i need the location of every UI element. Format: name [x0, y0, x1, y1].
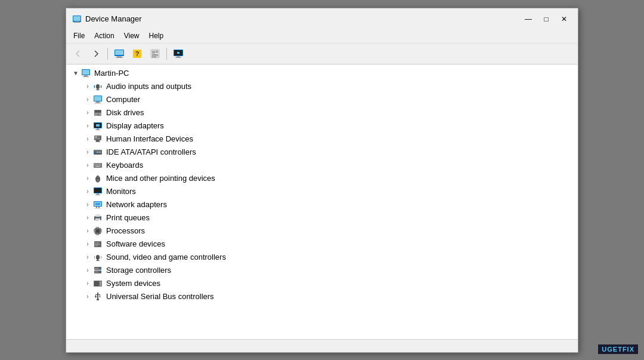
list-item[interactable]: › Software devices	[78, 238, 578, 251]
svg-rect-95	[96, 229, 100, 233]
watermark: UGETFIX	[598, 344, 638, 354]
menu-action[interactable]: Action	[89, 30, 119, 42]
list-item[interactable]: › Sound, video and game controllers	[78, 251, 578, 264]
help-button[interactable]: ?	[129, 46, 145, 61]
list-item[interactable]: › Disk drives	[78, 106, 578, 119]
svg-rect-86	[95, 204, 100, 205]
item-label: System devices	[106, 279, 160, 288]
svg-rect-44	[95, 136, 97, 138]
svg-rect-68	[98, 165, 98, 165]
root-label: Martin-PC	[94, 69, 129, 78]
svg-rect-46	[99, 136, 100, 137]
svg-rect-83	[98, 207, 100, 208]
window-controls: — □ ✕	[521, 13, 572, 25]
svg-rect-24	[84, 75, 88, 76]
svg-rect-115	[96, 260, 100, 261]
svg-rect-53	[94, 150, 101, 151]
monitor-icon	[92, 186, 103, 197]
svg-point-75	[97, 179, 99, 181]
svg-rect-3	[74, 22, 80, 23]
list-item[interactable]: › Audio inputs and outputs	[78, 80, 578, 93]
svg-rect-34	[95, 110, 101, 112]
svg-rect-113	[96, 255, 100, 260]
list-item[interactable]: › Display adapters	[78, 119, 578, 133]
svg-rect-91	[96, 220, 98, 221]
maximize-button[interactable]: □	[538, 13, 554, 25]
item-arrow: ›	[83, 293, 92, 300]
item-label: Monitors	[106, 187, 136, 196]
item-label: Network adapters	[106, 200, 167, 209]
back-button[interactable]	[70, 46, 86, 61]
list-item[interactable]: › Print queues	[78, 211, 578, 224]
minimize-button[interactable]: —	[521, 13, 536, 25]
svg-rect-48	[95, 139, 97, 139]
ide-icon	[92, 147, 103, 158]
menu-view[interactable]: View	[119, 30, 144, 42]
svg-rect-50	[96, 140, 100, 141]
list-item[interactable]: › Human	[78, 133, 578, 146]
svg-rect-26	[96, 84, 100, 89]
monitor-button[interactable]	[170, 46, 187, 61]
tree-root-item[interactable]: ▼ Martin-PC	[66, 67, 578, 80]
keyboard-icon	[92, 160, 103, 171]
svg-rect-81	[94, 202, 101, 206]
svg-point-118	[100, 267, 101, 269]
list-item[interactable]: › IDE ATA/ATAPI controllers	[78, 146, 578, 159]
list-item[interactable]: › Universal Serial Bus controllers	[78, 290, 578, 303]
item-arrow: ›	[83, 83, 92, 90]
svg-rect-107	[98, 234, 99, 235]
svg-rect-61	[97, 164, 97, 164]
list-item[interactable]: ›	[78, 159, 578, 172]
svg-rect-65	[94, 165, 95, 165]
item-label: Mice and other pointing devices	[106, 174, 215, 183]
menu-help[interactable]: Help	[144, 30, 169, 42]
properties-button[interactable]	[147, 46, 163, 61]
svg-point-119	[100, 271, 101, 272]
root-icon	[80, 68, 91, 79]
menu-bar: File Action View Help	[66, 29, 578, 44]
network-icon	[92, 199, 103, 210]
list-item[interactable]: ›	[78, 224, 578, 238]
item-arrow: ›	[83, 136, 92, 142]
list-item[interactable]: › Storage controllers	[78, 264, 578, 277]
hid-icon	[92, 134, 103, 144]
audio-icon	[92, 81, 103, 92]
item-label: IDE ATA/ATAPI controllers	[106, 147, 196, 156]
item-arrow: ›	[83, 241, 92, 247]
svg-rect-57	[94, 153, 101, 154]
item-label: Human Interface Devices	[106, 134, 193, 143]
svg-rect-78	[97, 193, 99, 195]
svg-rect-12	[156, 51, 158, 51]
list-item[interactable]: › Computer	[78, 93, 578, 106]
svg-rect-28	[96, 90, 100, 90]
svg-rect-14	[152, 54, 158, 55]
svg-rect-96	[94, 229, 95, 230]
svg-rect-99	[101, 229, 102, 230]
menu-file[interactable]: File	[69, 30, 89, 42]
svg-rect-45	[98, 136, 98, 137]
svg-rect-82	[96, 207, 97, 208]
svg-rect-84	[95, 208, 101, 208]
svg-rect-128	[95, 294, 100, 295]
list-item[interactable]: › Monitors	[78, 185, 578, 198]
svg-rect-71	[95, 166, 100, 167]
svg-rect-6	[117, 56, 122, 57]
item-arrow: ›	[83, 109, 92, 116]
close-button[interactable]: ✕	[556, 13, 572, 25]
item-label: Disk drives	[106, 108, 144, 117]
device-manager-button[interactable]	[111, 46, 128, 61]
item-arrow: ›	[83, 280, 92, 287]
svg-rect-103	[97, 227, 98, 228]
list-item[interactable]: › Mice and other pointing devices	[78, 172, 578, 185]
list-item[interactable]: › Network adapters	[78, 198, 578, 211]
forward-button[interactable]	[88, 46, 104, 61]
item-arrow: ›	[83, 254, 92, 260]
svg-rect-74	[98, 176, 98, 178]
svg-rect-89	[95, 219, 100, 221]
svg-rect-70	[100, 165, 101, 165]
svg-rect-30	[94, 96, 101, 101]
list-item[interactable]: › System devices	[78, 277, 578, 290]
svg-rect-31	[96, 101, 100, 103]
svg-rect-59	[94, 164, 95, 164]
svg-rect-20	[175, 57, 181, 58]
